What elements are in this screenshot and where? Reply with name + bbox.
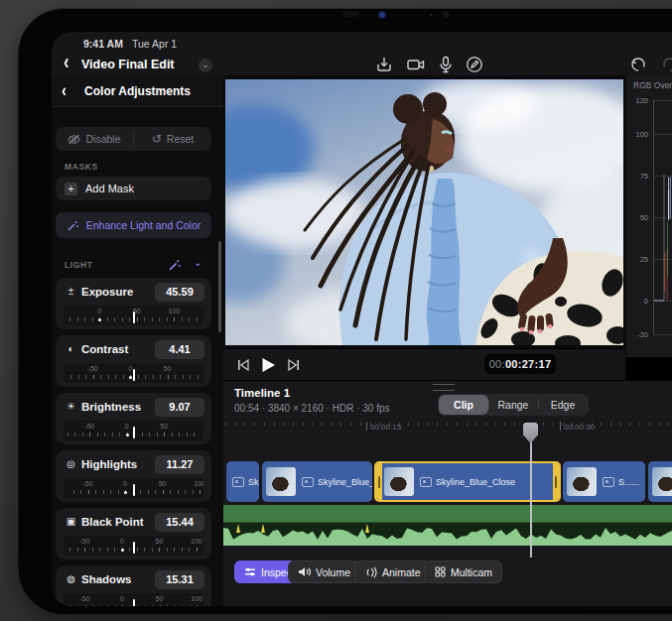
microphone-button[interactable] (439, 56, 453, 73)
slider-card-exposure: ±Exposure45.59050100 (56, 278, 211, 329)
panel-header: ‹ Color Adjustments (52, 75, 223, 107)
slider-card-contrast: ◐Contrast4.41-50050 (56, 335, 211, 387)
plus-icon: + (65, 183, 77, 195)
clip-Skyline_Blue_Wide[interactable]: Skyline_Blue_Wide (262, 461, 372, 502)
clip-S......[interactable]: S...... (563, 461, 645, 502)
slider-label: Contrast (81, 343, 128, 355)
slider-card-highlights: ◎Highlights11.27-50050100 (56, 450, 211, 502)
multicam-label: Multicam (451, 566, 492, 578)
timeline-toolbar: Inspect Volume Animate Multicam (223, 560, 672, 584)
project-title[interactable]: Video Final Edit (81, 58, 175, 71)
volume-button[interactable]: Volume (288, 560, 360, 583)
front-camera-lens-icon (379, 12, 385, 18)
photo-icon (302, 477, 314, 487)
front-camera-pill (342, 11, 358, 17)
contrast-icon: ◐ (65, 342, 77, 356)
skip-forward-button[interactable] (287, 349, 300, 381)
magic-wand-icon (67, 219, 79, 232)
slider-ruler[interactable]: -50050100 (64, 593, 203, 606)
timeline-meta: 00:54 · 3840 × 2160 · HDR · 30 fps (234, 403, 389, 414)
ruler-time-label: 00:00:15 (370, 423, 401, 432)
disable-button[interactable]: Disable (56, 127, 133, 151)
timecode-display: 00:00:27:17 (484, 354, 556, 374)
mode-edge[interactable]: Edge (538, 395, 588, 415)
camera-record-button[interactable] (406, 56, 426, 73)
trim-handle-right[interactable] (553, 463, 559, 500)
volume-label: Volume (316, 566, 350, 578)
video-frame (225, 79, 623, 345)
video-preview[interactable] (223, 75, 625, 348)
light-section-header[interactable]: LIGHT ⌄ (52, 256, 223, 274)
animate-button[interactable]: Animate (354, 560, 431, 583)
light-auto-wand-icon[interactable] (168, 258, 182, 272)
photo-icon (603, 477, 614, 487)
scope-tick-label: 75 (628, 172, 648, 181)
audio-track[interactable] (223, 505, 672, 546)
exposure-icon: ± (65, 285, 77, 299)
redo-button (661, 56, 672, 77)
enhance-label: Enhance Light and Color (86, 219, 202, 231)
slider-value[interactable]: 15.44 (155, 513, 204, 532)
multicam-button[interactable]: Multicam (425, 560, 502, 583)
panel-resize-handle[interactable] (433, 384, 455, 391)
clip-label: Skyline_Blue_Wide (302, 477, 372, 487)
scope-tick-label: 120 (628, 96, 648, 105)
camera-dot-icon (430, 14, 432, 16)
slider-label: Shadows (81, 573, 131, 585)
title-dropdown-icon[interactable]: ⌄ (199, 59, 212, 72)
clip-thumbnail (384, 467, 414, 496)
play-button[interactable] (261, 349, 276, 381)
slider-label: Highlights (81, 458, 137, 470)
trim-handle-left[interactable] (376, 463, 382, 500)
brightness-icon: ☀ (65, 400, 77, 414)
timecode-hours: 00: (489, 358, 505, 370)
slider-ruler[interactable]: 050100 (64, 306, 203, 325)
slider-ruler[interactable]: -50050100 (64, 478, 203, 498)
slider-ruler[interactable]: -50050 (64, 421, 203, 440)
back-chevron-icon[interactable]: ‹ (64, 52, 69, 76)
mode-clip[interactable]: Clip (439, 395, 488, 415)
undo-button[interactable] (629, 56, 647, 77)
disable-label: Disable (85, 133, 120, 145)
status-time: 9:41 AM (83, 38, 123, 50)
audio-band (223, 505, 672, 523)
slider-card-black-point: ▣Black Point15.44-50050100 (56, 508, 211, 559)
slider-label: Brightness (81, 401, 141, 413)
slider-value[interactable]: 9.07 (155, 398, 204, 417)
timeline-ruler[interactable]: 00:00:1500:00:30 (223, 421, 672, 444)
inspector-icon (244, 566, 256, 577)
clip-partial[interactable] (648, 461, 672, 502)
slider-value[interactable]: 11.27 (155, 455, 204, 474)
panel-scrollbar[interactable] (218, 241, 221, 332)
skip-back-button[interactable] (237, 349, 250, 381)
slider-value[interactable]: 15.31 (155, 570, 204, 589)
playhead-line[interactable] (530, 424, 532, 558)
speaker-icon (298, 566, 311, 577)
ruler-time-label: 00:00:30 (564, 423, 595, 432)
light-collapse-chevron-icon[interactable]: ⌄ (194, 257, 202, 268)
reset-button[interactable]: ↺ Reset (134, 127, 211, 151)
pencil-annotate-button[interactable] (466, 56, 483, 73)
slider-card-brightness: ☀Brightness9.07-50050 (56, 393, 211, 444)
clips-track: Sk......Skyline_Blue_WideSkyline_Blue_Cl… (223, 461, 672, 502)
scope-tick-label: 100 (628, 130, 648, 139)
clip-thumbnail (652, 467, 672, 496)
clip-thumbnail (567, 467, 597, 496)
page-background: 9:41 AM Tue Apr 1 ‹ Video Final Edit ⌄ ‹… (0, 0, 672, 621)
slider-ruler[interactable]: -50050100 (64, 536, 203, 556)
masks-section-label: MASKS (65, 162, 98, 172)
slider-label: Black Point (81, 516, 144, 528)
top-bar: 9:41 AM Tue Apr 1 ‹ Video Final Edit ⌄ (52, 32, 672, 76)
clip-Sk......[interactable]: Sk...... (226, 461, 259, 502)
export-button[interactable] (375, 56, 393, 73)
mode-range[interactable]: Range (488, 395, 538, 415)
color-adjustments-panel: ‹ Color Adjustments Disable ↺ Reset MASK… (52, 75, 223, 606)
add-mask-button[interactable]: + Add Mask (56, 177, 211, 200)
add-mask-label: Add Mask (85, 183, 134, 194)
slider-ruler[interactable]: -50050 (64, 363, 203, 383)
clip-Skyline_Blue_Close[interactable]: Skyline_Blue_Close (374, 461, 561, 502)
panel-title: Color Adjustments (52, 84, 223, 98)
slider-value[interactable]: 45.59 (155, 283, 204, 302)
enhance-light-color-button[interactable]: Enhance Light and Color (56, 212, 211, 238)
slider-value[interactable]: 4.41 (155, 340, 204, 359)
